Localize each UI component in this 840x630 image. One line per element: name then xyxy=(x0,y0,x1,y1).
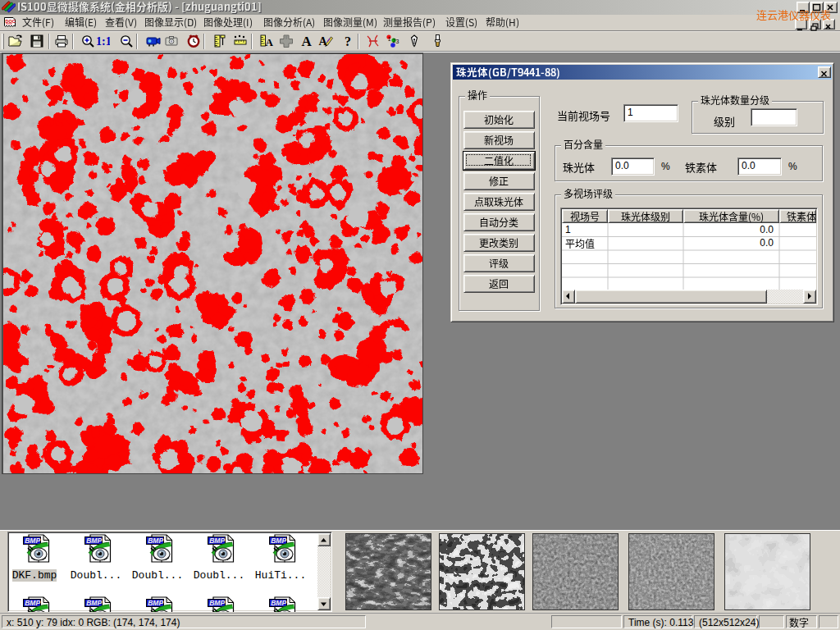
svg-text:A: A xyxy=(266,36,274,48)
svg-text:A: A xyxy=(302,34,313,48)
svg-text:?: ? xyxy=(345,34,351,48)
svg-text:3: 3 xyxy=(396,39,399,44)
svg-text:DOC: DOC xyxy=(6,19,16,24)
svg-text:1: 1 xyxy=(388,36,391,42)
svg-text:1:1: 1:1 xyxy=(96,35,110,48)
